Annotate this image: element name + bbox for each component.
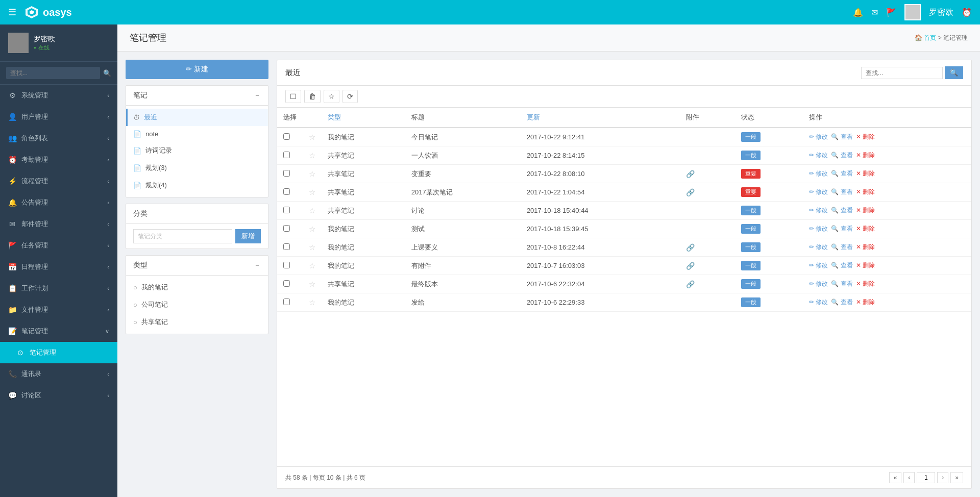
row-checkbox[interactable] [283, 299, 290, 305]
sidebar-item-workplan[interactable]: 📋工作计划 ‹ [0, 278, 117, 299]
view-button[interactable]: 🔍 查看 [831, 298, 852, 307]
pagination-first[interactable]: « [889, 472, 902, 483]
delete-button[interactable]: ✕ 删除 [856, 151, 875, 160]
sidebar-item-forum[interactable]: 💬讨论区 ‹ [0, 385, 117, 406]
cell-type: 共享笔记 [322, 275, 405, 293]
row-checkbox[interactable] [283, 152, 290, 158]
view-button[interactable]: 🔍 查看 [831, 206, 852, 215]
right-search-input[interactable] [861, 67, 943, 79]
pagination-next[interactable]: › [937, 472, 948, 483]
type-item-my[interactable]: ○ 我的笔记 [126, 279, 268, 296]
type-collapse-icon[interactable]: － [254, 261, 261, 270]
view-button[interactable]: 🔍 查看 [831, 225, 852, 233]
toolbar-refresh-button[interactable]: ⟳ [342, 90, 358, 103]
view-button[interactable]: 🔍 查看 [831, 243, 852, 252]
view-button[interactable]: 🔍 查看 [831, 261, 852, 270]
star-icon[interactable]: ☆ [309, 133, 315, 141]
breadcrumb-home[interactable]: 🏠 首页 [915, 34, 936, 41]
delete-button[interactable]: ✕ 删除 [856, 298, 875, 307]
th-update[interactable]: 更新 [521, 108, 680, 128]
toolbar-checkbox-button[interactable]: ☐ [285, 90, 301, 103]
star-icon[interactable]: ☆ [309, 188, 315, 196]
toolbar-delete-button[interactable]: 🗑 [304, 90, 321, 103]
star-icon[interactable]: ☆ [309, 206, 315, 215]
notes-item-note[interactable]: 📄 note [126, 126, 268, 142]
message-icon[interactable]: ✉ [871, 8, 878, 17]
star-icon[interactable]: ☆ [309, 151, 315, 160]
delete-button[interactable]: ✕ 删除 [856, 133, 875, 141]
star-icon[interactable]: ☆ [309, 243, 315, 252]
star-icon[interactable]: ☆ [309, 169, 315, 178]
edit-button[interactable]: ✏ 修改 [809, 169, 828, 178]
sidebar-item-user[interactable]: 👤用户管理 ‹ [0, 106, 117, 128]
notification-icon[interactable]: 🔔 [853, 8, 863, 17]
notes-item-plan3[interactable]: 📄 规划(3) [126, 159, 268, 177]
notes-item-poetry[interactable]: 📄 诗词记录 [126, 142, 268, 159]
sidebar-item-system[interactable]: ⚙系统管理 ‹ [0, 85, 117, 106]
pagination-prev[interactable]: ‹ [903, 472, 915, 483]
notes-item-plan4[interactable]: 📄 规划(4) [126, 177, 268, 194]
row-checkbox[interactable] [283, 207, 290, 213]
delete-button[interactable]: ✕ 删除 [856, 169, 875, 178]
edit-button[interactable]: ✏ 修改 [809, 261, 828, 270]
view-button[interactable]: 🔍 查看 [831, 280, 852, 288]
row-checkbox[interactable] [283, 133, 290, 140]
delete-button[interactable]: ✕ 删除 [856, 280, 875, 288]
edit-button[interactable]: ✏ 修改 [809, 243, 828, 252]
delete-button[interactable]: ✕ 删除 [856, 243, 875, 252]
sidebar-search-icon[interactable]: 🔍 [103, 69, 111, 77]
edit-button[interactable]: ✏ 修改 [809, 206, 828, 215]
star-icon[interactable]: ☆ [309, 261, 315, 270]
edit-button[interactable]: ✏ 修改 [809, 133, 828, 141]
sidebar-item-role[interactable]: 👥角色列表 ‹ [0, 128, 117, 149]
pagination-last[interactable]: » [950, 472, 963, 483]
view-button[interactable]: 🔍 查看 [831, 151, 852, 160]
pagination-page-input[interactable] [917, 472, 935, 483]
right-search-button[interactable]: 🔍 [945, 66, 963, 79]
sidebar-search-input[interactable] [6, 67, 100, 79]
view-button[interactable]: 🔍 查看 [831, 188, 852, 196]
row-checkbox[interactable] [283, 225, 290, 232]
row-checkbox[interactable] [283, 243, 290, 250]
notes-collapse-icon[interactable]: － [254, 91, 261, 100]
th-type[interactable]: 类型 [322, 108, 405, 128]
classify-add-button[interactable]: 新增 [235, 229, 261, 243]
delete-button[interactable]: ✕ 删除 [856, 261, 875, 270]
view-button[interactable]: 🔍 查看 [831, 133, 852, 141]
row-checkbox[interactable] [283, 170, 290, 177]
sidebar-item-notes-parent[interactable]: 📝笔记管理 ∨ [0, 320, 117, 342]
sidebar-item-contacts[interactable]: 📞通讯录 ‹ [0, 363, 117, 385]
sidebar-item-notice[interactable]: 🔔公告管理 ‹ [0, 192, 117, 213]
delete-button[interactable]: ✕ 删除 [856, 225, 875, 233]
star-icon[interactable]: ☆ [309, 280, 315, 288]
notes-item-recent[interactable]: ⏱ 最近 [126, 109, 268, 126]
view-button[interactable]: 🔍 查看 [831, 169, 852, 178]
delete-button[interactable]: ✕ 删除 [856, 188, 875, 196]
sidebar-item-notes[interactable]: ⊙笔记管理 [0, 342, 117, 363]
sidebar-item-task[interactable]: 🚩任务管理 ‹ [0, 235, 117, 256]
sidebar-item-schedule[interactable]: 📅日程管理 ‹ [0, 256, 117, 278]
sidebar-item-process[interactable]: ⚡流程管理 ‹ [0, 170, 117, 192]
new-button[interactable]: ✏ 新建 [126, 60, 268, 79]
sidebar-item-mail[interactable]: ✉邮件管理 ‹ [0, 213, 117, 235]
hamburger-menu[interactable]: ☰ [8, 7, 16, 18]
type-item-company[interactable]: ○ 公司笔记 [126, 296, 268, 313]
star-icon[interactable]: ☆ [309, 225, 315, 233]
edit-button[interactable]: ✏ 修改 [809, 188, 828, 196]
type-item-shared[interactable]: ○ 共享笔记 [126, 313, 268, 331]
row-checkbox[interactable] [283, 188, 290, 195]
edit-button[interactable]: ✏ 修改 [809, 280, 828, 288]
row-checkbox[interactable] [283, 262, 290, 268]
classify-input[interactable] [133, 229, 232, 243]
notes-item-recent-label: 最近 [144, 113, 157, 122]
edit-button[interactable]: ✏ 修改 [809, 225, 828, 233]
flag-icon[interactable]: 🚩 [886, 8, 896, 17]
row-checkbox[interactable] [283, 280, 290, 287]
sidebar-item-file[interactable]: 📁文件管理 ‹ [0, 299, 117, 320]
edit-button[interactable]: ✏ 修改 [809, 298, 828, 307]
edit-button[interactable]: ✏ 修改 [809, 151, 828, 160]
sidebar-item-attendance[interactable]: ⏰考勤管理 ‹ [0, 149, 117, 170]
toolbar-star-button[interactable]: ☆ [324, 90, 339, 103]
delete-button[interactable]: ✕ 删除 [856, 206, 875, 215]
star-icon[interactable]: ☆ [309, 298, 315, 307]
